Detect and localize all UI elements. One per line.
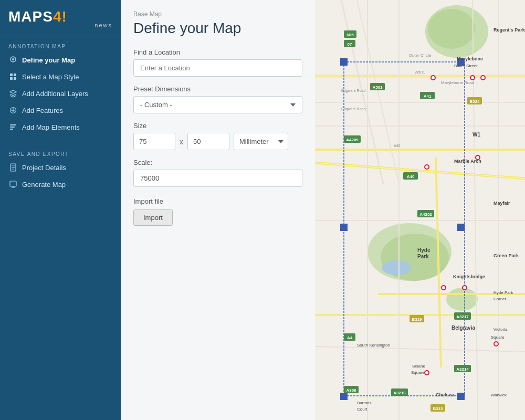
unit-select[interactable]: Millimeter Centimeter Inch xyxy=(234,133,288,150)
svg-rect-5 xyxy=(14,77,16,80)
svg-text:Edgware Road: Edgware Road xyxy=(341,107,365,111)
svg-point-120 xyxy=(425,371,428,374)
svg-point-110 xyxy=(481,76,485,79)
svg-text:B313: B313 xyxy=(433,406,443,411)
svg-text:A4: A4 xyxy=(347,335,353,340)
size-separator: x xyxy=(180,138,183,146)
svg-point-112 xyxy=(425,165,428,169)
svg-text:Knightsbridge: Knightsbridge xyxy=(453,274,485,279)
elements-icon xyxy=(8,122,18,132)
section1-label: ANNOTATION MAP xyxy=(0,36,121,51)
svg-text:A3216: A3216 xyxy=(393,391,406,395)
svg-text:Regent's Park: Regent's Park xyxy=(494,27,525,33)
svg-rect-4 xyxy=(10,77,13,80)
svg-rect-2 xyxy=(10,74,13,76)
svg-text:A501: A501 xyxy=(415,70,425,75)
svg-text:605: 605 xyxy=(346,33,354,37)
svg-point-116 xyxy=(442,286,445,289)
location-input[interactable] xyxy=(133,59,302,77)
logo-area: MAPS4! news xyxy=(0,0,121,36)
svg-text:A501: A501 xyxy=(372,85,383,90)
svg-text:Square: Square xyxy=(491,335,505,340)
page-title: Define your Map xyxy=(133,20,302,37)
sidebar: MAPS4! news ANNOTATION MAP Define your M… xyxy=(0,0,121,420)
svg-rect-3 xyxy=(14,74,16,76)
svg-text:Burtons: Burtons xyxy=(357,401,372,405)
sidebar-item-add-layers-label: Add Additional Layers xyxy=(22,90,88,98)
svg-rect-45 xyxy=(340,58,348,66)
svg-text:Belgravia: Belgravia xyxy=(452,325,475,331)
svg-rect-10 xyxy=(10,127,15,128)
svg-text:Mayfair: Mayfair xyxy=(494,201,510,206)
svg-point-106 xyxy=(432,76,435,79)
features-icon xyxy=(8,106,18,115)
svg-text:A4209: A4209 xyxy=(346,138,359,142)
scale-input[interactable] xyxy=(133,170,302,187)
sidebar-item-add-elements[interactable]: Add Map Elements xyxy=(0,119,121,135)
sidebar-item-define-map[interactable]: Define your Map xyxy=(0,51,121,68)
svg-text:Square: Square xyxy=(411,370,425,375)
svg-text:W1: W1 xyxy=(472,132,480,138)
svg-rect-49 xyxy=(340,224,348,231)
svg-text:Victoria: Victoria xyxy=(494,327,508,332)
svg-text:07: 07 xyxy=(348,42,352,47)
find-location-label: Find a Location xyxy=(133,48,302,56)
svg-text:South Kensington: South Kensington xyxy=(357,343,390,348)
svg-point-122 xyxy=(495,342,498,345)
layers-icon xyxy=(8,89,18,98)
svg-point-118 xyxy=(463,286,466,289)
svg-rect-11 xyxy=(10,129,13,130)
preset-dimensions-select[interactable]: - Custom - A4 Portrait A4 Landscape A3 P… xyxy=(133,96,302,113)
svg-text:Green Park: Green Park xyxy=(494,253,519,258)
main-content: Base Map Define your Map Find a Location… xyxy=(121,0,315,420)
svg-point-25 xyxy=(428,9,475,49)
svg-text:A4202: A4202 xyxy=(419,212,432,217)
svg-rect-9 xyxy=(10,124,16,125)
map-icon xyxy=(8,55,18,65)
sidebar-item-generate-map[interactable]: Generate Map xyxy=(0,176,121,193)
svg-point-1 xyxy=(12,58,14,60)
size-width-input[interactable] xyxy=(133,133,175,150)
svg-text:B524: B524 xyxy=(469,99,480,104)
size-label: Size xyxy=(133,122,302,130)
scale-label: Scale: xyxy=(133,159,302,166)
svg-point-23 xyxy=(446,288,478,311)
svg-text:Sloane: Sloane xyxy=(412,364,425,369)
sidebar-item-select-style-label: Select a Map Style xyxy=(22,73,79,81)
svg-rect-48 xyxy=(457,393,465,400)
sidebar-item-project-details[interactable]: Project Details xyxy=(0,159,121,176)
svg-rect-47 xyxy=(340,393,348,400)
svg-text:A3214: A3214 xyxy=(456,367,469,372)
svg-text:Park: Park xyxy=(417,254,429,259)
svg-rect-16 xyxy=(10,181,16,186)
svg-text:Court: Court xyxy=(357,407,368,412)
sidebar-item-generate-map-label: Generate Map xyxy=(22,181,66,188)
sidebar-item-select-style[interactable]: Select a Map Style xyxy=(0,68,121,85)
svg-text:A3217: A3217 xyxy=(456,314,469,319)
sidebar-item-define-map-label: Define your Map xyxy=(22,56,75,64)
map-svg: A501 Marylebone Road Edgware Road Edgwar… xyxy=(315,0,525,420)
svg-text:Edgware Road: Edgware Road xyxy=(341,89,365,93)
breadcrumb: Base Map xyxy=(133,10,302,18)
sidebar-item-add-layers[interactable]: Add Additional Layers xyxy=(0,85,121,102)
map-area: A501 Marylebone Road Edgware Road Edgwar… xyxy=(315,0,525,420)
sidebar-item-add-elements-label: Add Map Elements xyxy=(22,123,80,131)
size-height-input[interactable] xyxy=(187,133,229,150)
sidebar-item-add-features[interactable]: Add Features xyxy=(0,102,121,119)
svg-point-22 xyxy=(382,260,411,275)
svg-text:B319: B319 xyxy=(412,317,422,322)
svg-text:A40: A40 xyxy=(394,144,401,148)
svg-point-114 xyxy=(476,156,479,159)
svg-text:Chelsea: Chelsea xyxy=(436,392,455,397)
svg-point-108 xyxy=(471,76,474,79)
sidebar-item-add-features-label: Add Features xyxy=(22,107,63,114)
size-row: x Millimeter Centimeter Inch xyxy=(133,133,302,150)
section2-label: SAVE AND EXPORT xyxy=(0,144,121,159)
svg-text:Corner: Corner xyxy=(494,297,507,301)
svg-text:Hyde: Hyde xyxy=(417,247,430,253)
svg-text:Marylebone: Marylebone xyxy=(457,56,483,61)
svg-text:A40: A40 xyxy=(407,174,415,179)
svg-text:A41: A41 xyxy=(424,94,432,99)
svg-text:Warwick: Warwick xyxy=(491,393,507,397)
import-button[interactable]: Import xyxy=(133,209,173,226)
